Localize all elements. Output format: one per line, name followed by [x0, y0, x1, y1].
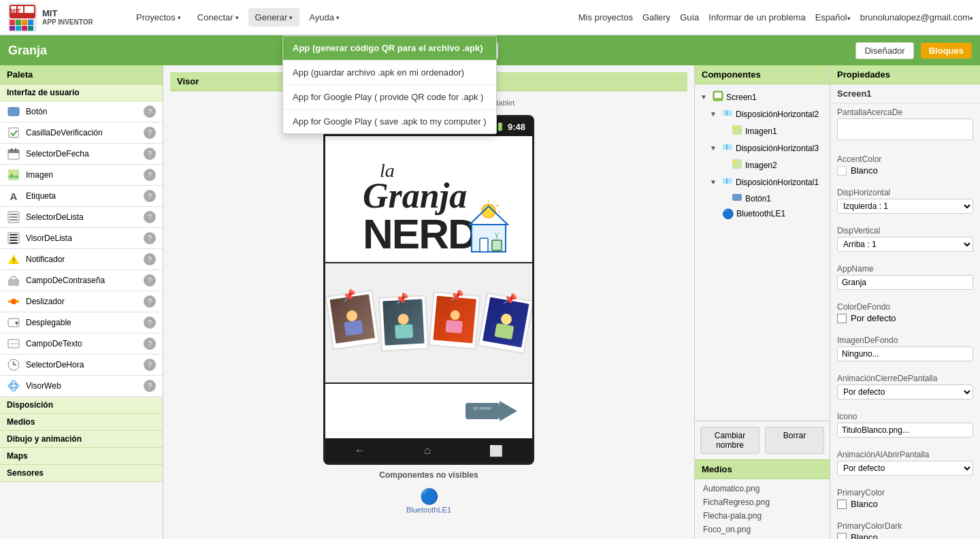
nav-generar[interactable]: Generar▾	[248, 8, 300, 27]
campo-texto-help[interactable]: ?	[144, 338, 156, 350]
palette-item-visor-web[interactable]: VisorWeb ?	[0, 376, 163, 397]
desplegable-help[interactable]: ?	[144, 316, 156, 329]
palette-item-contrasena[interactable]: CampoDeContraseña ?	[0, 270, 163, 291]
svg-rect-24	[10, 216, 18, 218]
comp-screen1[interactable]: ▼ Screen1	[695, 88, 830, 105]
visor-web-help[interactable]: ?	[144, 380, 156, 392]
svg-point-63	[450, 309, 460, 319]
primary-color-dark-box[interactable]	[837, 533, 847, 540]
palette-item-selector-lista[interactable]: SelectorDeLista ?	[0, 207, 163, 228]
visor-lista-help[interactable]: ?	[144, 232, 156, 244]
comp-imagen1[interactable]: ▶ Imagen1	[695, 122, 830, 140]
medios-item-0[interactable]: Automatico.png	[695, 482, 830, 495]
nav-informar[interactable]: Informar de un problema	[708, 12, 805, 22]
svg-rect-66	[494, 323, 514, 339]
svg-point-61	[397, 313, 409, 325]
visor-lista-icon	[7, 231, 20, 245]
palette-section-sensores[interactable]: Sensores	[0, 465, 163, 482]
svg-rect-10	[10, 26, 15, 31]
nav-user[interactable]: brunolunalopez@gmail.com▾	[860, 12, 973, 22]
svg-rect-30	[10, 242, 18, 244]
comp-disp-h2[interactable]: ▼ DisposiciónHorizontal2	[695, 105, 830, 122]
palette-item-imagen[interactable]: Imagen ?	[0, 165, 163, 186]
svg-rect-83	[732, 194, 742, 201]
palette-item-visor-lista[interactable]: VisorDeLista ?	[0, 228, 163, 249]
palette-item-notificador[interactable]: ! Notificador ?	[0, 249, 163, 270]
etiqueta-help[interactable]: ?	[144, 190, 156, 202]
palette-section-medios[interactable]: Medios	[0, 414, 163, 431]
casilla-help[interactable]: ?	[144, 127, 156, 139]
arrow-button[interactable]	[464, 397, 519, 425]
bluetooth-comp[interactable]: 🔵 BluetoothLE1	[406, 488, 451, 514]
palette-item-fecha[interactable]: SelectorDeFecha ?	[0, 144, 163, 165]
animacion-abrir-select[interactable]: Por defecto	[837, 461, 973, 476]
generar-item-2[interactable]: App (guardar archivo .apk en mi ordenado…	[283, 61, 496, 85]
designer-button[interactable]: Diseñador	[855, 42, 913, 59]
primary-color-box[interactable]	[837, 500, 847, 509]
color-fondo-label: Por defecto	[851, 313, 896, 323]
deslizador-help[interactable]: ?	[144, 295, 156, 308]
palette-item-deslizador[interactable]: Deslizador ?	[0, 291, 163, 312]
svg-rect-14	[8, 108, 19, 116]
svg-rect-18	[11, 148, 12, 151]
color-fondo-box[interactable]	[837, 314, 847, 323]
comp-disp-h3[interactable]: ▼ DisposiciónHorizontal3	[695, 140, 830, 157]
palette-item-campo-texto[interactable]: CampoDeTexto ?	[0, 333, 163, 355]
comp-imagen2[interactable]: ▶ Imagen2	[695, 157, 830, 174]
disp-vertical-select[interactable]: Arriba : 1 Centro : 2 Abajo : 3	[837, 237, 973, 252]
svg-line-53	[497, 205, 498, 206]
palette-item-etiqueta[interactable]: A Etiqueta ?	[0, 186, 163, 207]
palette-section-dibujo[interactable]: Dibujo y animación	[0, 431, 163, 448]
notificador-help[interactable]: ?	[144, 253, 156, 265]
expand-screen1[interactable]: ▼	[700, 93, 710, 101]
boton-help[interactable]: ?	[144, 105, 156, 118]
nav-guia[interactable]: Guía	[680, 12, 699, 22]
nav-language[interactable]: Español▾	[815, 12, 851, 22]
palette-section-ui[interactable]: Interfaz de usuario	[0, 84, 163, 101]
contrasena-help[interactable]: ?	[144, 274, 156, 287]
properties-screen-label: Screen1	[830, 84, 980, 103]
generar-item-3[interactable]: App for Google Play ( provide QR code fo…	[283, 85, 496, 110]
palette-item-boton[interactable]: Botón ?	[0, 101, 163, 122]
icono-input[interactable]	[837, 423, 973, 438]
expand-disp-h2[interactable]: ▼	[710, 110, 719, 118]
palette-item-desplegable[interactable]: ▾ Desplegable ?	[0, 312, 163, 333]
palette-item-casilla[interactable]: CasillaDeVerificación ?	[0, 122, 163, 144]
nav-conectar[interactable]: Conectar▾	[191, 8, 246, 27]
expand-disp-h1[interactable]: ▼	[710, 178, 719, 186]
visor-panel: Visor Marcar para previsualizar el tamañ…	[163, 65, 694, 539]
medios-item-2[interactable]: Flecha-pala.png	[695, 509, 830, 523]
accent-color-box[interactable]	[837, 166, 847, 176]
imagen-help[interactable]: ?	[144, 169, 156, 181]
disp-horizontal-select[interactable]: Izquierda : 1 Centro : 3 Derecha : 2	[837, 199, 973, 214]
nav-ayuda[interactable]: Ayuda▾	[302, 8, 346, 27]
generar-item-4[interactable]: App for Google Play ( save .apk to my co…	[283, 110, 496, 133]
campo-texto-icon	[7, 337, 20, 350]
palette-item-selector-hora[interactable]: SelectorDeHora ?	[0, 355, 163, 376]
generar-item-1[interactable]: App (generar código QR para el archivo .…	[283, 36, 496, 61]
comp-disp-h1[interactable]: ▼ DisposiciónHorizontal1	[695, 174, 830, 191]
comp-bluetooth1[interactable]: ▶ 🔵 BluetoothLE1	[695, 206, 830, 221]
animacion-cierre-select[interactable]: Por defecto	[837, 385, 973, 399]
medios-item-1[interactable]: FichaRegreso.png	[695, 495, 830, 509]
nav-gallery[interactable]: Gallery	[642, 12, 670, 22]
nav-mis-proyectos[interactable]: Mis proyectos	[578, 12, 633, 22]
blocks-button[interactable]: Bloques	[921, 43, 972, 59]
rename-button[interactable]: Cambiar nombre	[700, 427, 760, 454]
pantalla-acerca-input[interactable]	[837, 118, 973, 140]
svg-rect-77	[723, 144, 732, 150]
nav-proyectos[interactable]: Proyectos▾	[129, 8, 188, 27]
selector-lista-help[interactable]: ?	[144, 211, 156, 223]
fecha-help[interactable]: ?	[144, 148, 156, 160]
selector-hora-help[interactable]: ?	[144, 359, 156, 371]
boton-icon	[7, 105, 20, 118]
expand-disp-h3[interactable]: ▼	[710, 144, 719, 152]
delete-button[interactable]: Borrar	[765, 427, 824, 454]
app-name-input[interactable]	[837, 275, 973, 290]
palette-section-disposicion[interactable]: Disposición	[0, 397, 163, 414]
svg-rect-17	[8, 150, 19, 153]
palette-section-maps[interactable]: Maps	[0, 448, 163, 465]
imagen-fondo-input[interactable]	[837, 346, 973, 361]
medios-item-3[interactable]: Foco_on.png	[695, 523, 830, 536]
comp-boton1[interactable]: ▶ Botón1	[695, 191, 830, 206]
